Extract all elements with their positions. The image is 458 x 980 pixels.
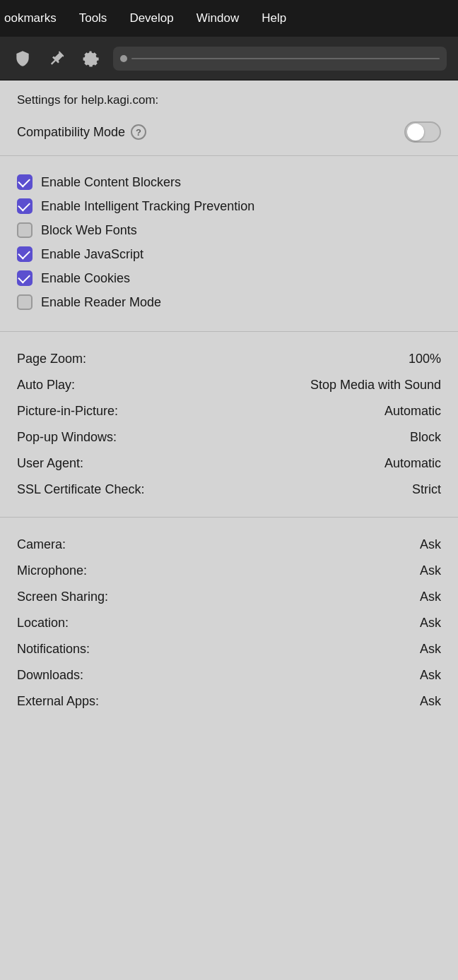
pip-row: Picture-in-Picture: Automatic <box>17 398 441 424</box>
compatibility-mode-row: Compatibility Mode ? <box>0 114 458 150</box>
ssl-cert-row: SSL Certificate Check: Strict <box>17 477 441 503</box>
location-label: Location: <box>17 616 69 631</box>
compatibility-mode-toggle[interactable] <box>404 121 441 143</box>
toolbar <box>0 37 458 80</box>
auto-play-label: Auto Play: <box>17 378 75 393</box>
ssl-cert-label: SSL Certificate Check: <box>17 482 144 497</box>
divider-1 <box>0 155 458 156</box>
checkbox-row: Enable Cookies <box>17 266 441 290</box>
page-zoom-label: Page Zoom: <box>17 352 86 366</box>
page-settings-section: Page Zoom: 100% Auto Play: Stop Media wi… <box>0 337 458 511</box>
location-value[interactable]: Ask <box>420 616 441 631</box>
pip-label: Picture-in-Picture: <box>17 404 118 419</box>
enable-intelligent-tracking-checkbox[interactable] <box>17 198 33 214</box>
checkbox-row: Enable Reader Mode <box>17 290 441 314</box>
pip-value[interactable]: Automatic <box>384 404 441 419</box>
enable-javascript-checkbox[interactable] <box>17 246 33 262</box>
gear-icon[interactable] <box>79 47 102 70</box>
pin-icon[interactable] <box>45 47 68 70</box>
auto-play-value[interactable]: Stop Media with Sound <box>310 378 441 393</box>
menu-bookmarks[interactable]: ookmarks <box>3 8 58 28</box>
checkboxes-section: Enable Content Blockers Enable Intellige… <box>0 162 458 325</box>
page-zoom-value[interactable]: 100% <box>409 352 441 366</box>
ssl-cert-value[interactable]: Strict <box>412 482 441 497</box>
compatibility-mode-label: Compatibility Mode <box>17 125 125 140</box>
user-agent-value[interactable]: Automatic <box>384 456 441 471</box>
checkbox-row: Enable Intelligent Tracking Prevention <box>17 194 441 218</box>
permissions-section: Camera: Ask Microphone: Ask Screen Shari… <box>0 523 458 726</box>
microphone-row: Microphone: Ask <box>17 558 441 584</box>
menu-help[interactable]: Help <box>260 8 288 28</box>
enable-reader-mode-label: Enable Reader Mode <box>41 295 161 310</box>
enable-intelligent-tracking-label: Enable Intelligent Tracking Prevention <box>41 199 254 214</box>
external-apps-row: External Apps: Ask <box>17 688 441 715</box>
camera-label: Camera: <box>17 537 66 552</box>
microphone-value[interactable]: Ask <box>420 563 441 578</box>
search-bar[interactable] <box>113 47 447 71</box>
checkbox-row: Enable JavaScript <box>17 242 441 266</box>
divider-2 <box>0 331 458 332</box>
popup-windows-row: Pop-up Windows: Block <box>17 424 441 450</box>
block-web-fonts-label: Block Web Fonts <box>41 223 137 238</box>
enable-reader-mode-checkbox[interactable] <box>17 294 33 310</box>
screen-sharing-label: Screen Sharing: <box>17 590 108 604</box>
compatibility-help-icon[interactable]: ? <box>131 124 146 140</box>
location-row: Location: Ask <box>17 610 441 636</box>
downloads-row: Downloads: Ask <box>17 662 441 688</box>
settings-header: Settings for help.kagi.com: <box>0 80 458 114</box>
user-agent-label: User Agent: <box>17 456 83 471</box>
menu-develop[interactable]: Develop <box>128 8 175 28</box>
divider-3 <box>0 517 458 518</box>
popup-windows-value[interactable]: Block <box>410 430 441 445</box>
notifications-value[interactable]: Ask <box>420 642 441 657</box>
downloads-value[interactable]: Ask <box>420 668 441 683</box>
enable-content-blockers-label: Enable Content Blockers <box>41 175 181 190</box>
checkbox-row: Enable Content Blockers <box>17 170 441 194</box>
downloads-label: Downloads: <box>17 668 83 683</box>
camera-row: Camera: Ask <box>17 532 441 558</box>
search-dot <box>120 55 127 62</box>
settings-panel: Settings for help.kagi.com: Compatibilit… <box>0 80 458 726</box>
compat-left: Compatibility Mode ? <box>17 124 146 140</box>
enable-cookies-label: Enable Cookies <box>41 271 130 286</box>
enable-content-blockers-checkbox[interactable] <box>17 174 33 190</box>
menu-bar: ookmarks Tools Develop Window Help <box>0 0 458 37</box>
toggle-knob <box>407 124 424 141</box>
enable-javascript-label: Enable JavaScript <box>41 247 143 262</box>
microphone-label: Microphone: <box>17 563 87 578</box>
menu-tools[interactable]: Tools <box>78 8 109 28</box>
user-agent-row: User Agent: Automatic <box>17 450 441 477</box>
external-apps-label: External Apps: <box>17 694 99 709</box>
screen-sharing-value[interactable]: Ask <box>420 590 441 604</box>
enable-cookies-checkbox[interactable] <box>17 270 33 286</box>
external-apps-value[interactable]: Ask <box>420 694 441 709</box>
auto-play-row: Auto Play: Stop Media with Sound <box>17 372 441 398</box>
popup-windows-label: Pop-up Windows: <box>17 430 117 445</box>
notifications-row: Notifications: Ask <box>17 636 441 662</box>
screen-sharing-row: Screen Sharing: Ask <box>17 584 441 610</box>
camera-value[interactable]: Ask <box>420 537 441 552</box>
notifications-label: Notifications: <box>17 642 90 657</box>
page-zoom-row: Page Zoom: 100% <box>17 346 441 372</box>
block-web-fonts-checkbox[interactable] <box>17 222 33 238</box>
shield-icon[interactable] <box>11 47 34 70</box>
checkbox-row: Block Web Fonts <box>17 218 441 242</box>
menu-window[interactable]: Window <box>195 8 240 28</box>
search-bar-line <box>131 58 440 59</box>
